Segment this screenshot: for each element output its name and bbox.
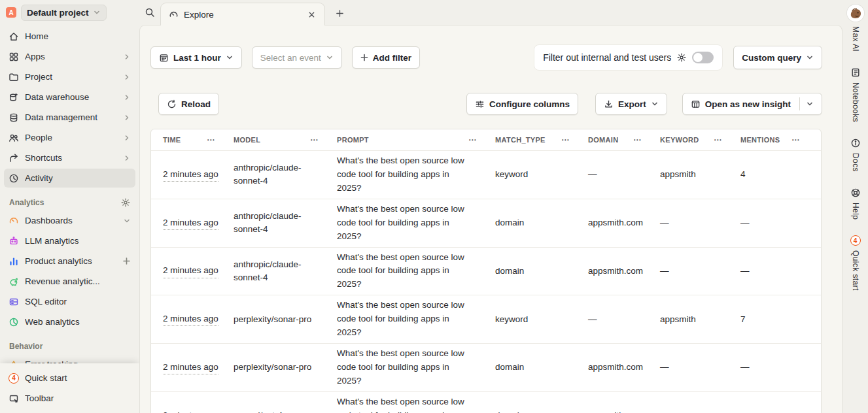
cell-domain: — [576, 151, 648, 199]
plus-icon [360, 54, 368, 61]
reload-button[interactable]: Reload [158, 93, 219, 115]
sidebar-item-sql-editor[interactable]: SQL editor [4, 292, 135, 311]
chevron-right-icon [123, 154, 131, 162]
table-row[interactable]: 2 minutes ago perplexity/sonar-pro What'… [151, 295, 821, 343]
sidebar-item-dashboards[interactable]: Dashboards [4, 211, 135, 230]
sidebar-item-shortcuts[interactable]: Shortcuts [4, 148, 135, 167]
configure-columns-button[interactable]: Configure columns [466, 93, 578, 115]
cell-match-type: domain [483, 199, 576, 247]
table-header-row: TIME⋯ MODEL⋯ PROMPT⋯ MATCH_TYPE⋯ DOMAIN⋯… [151, 129, 821, 150]
gear-icon[interactable] [121, 198, 130, 207]
reload-label: Reload [181, 99, 211, 109]
table-row[interactable]: 2 minutes ago anthropic/claude-sonnet-4 … [151, 199, 821, 247]
sidebar-item-project[interactable]: Project [4, 67, 135, 86]
sidebar-item-toolbar[interactable]: Toolbar [4, 389, 135, 408]
add-filter-button[interactable]: Add filter [352, 46, 420, 69]
open-as-new-insight-button[interactable]: Open as new insight [682, 93, 822, 115]
plus-icon[interactable] [122, 257, 131, 265]
column-menu-button[interactable]: ⋯ [791, 135, 800, 144]
cell-model: anthropic/claude-sonnet-4 [222, 248, 325, 295]
button-divider [799, 97, 800, 110]
sidebar-item-activity[interactable]: Activity [4, 169, 135, 188]
internal-users-label: Filter out internal and test users [543, 52, 671, 63]
table-row[interactable]: 2 minutes ago anthropic/claude-sonnet-4 … [151, 247, 821, 295]
sidebar-item-label: SQL editor [25, 297, 131, 306]
column-menu-button[interactable]: ⋯ [633, 135, 642, 144]
cell-prompt: What's the best open source low code too… [325, 295, 483, 343]
chevron-down-icon[interactable] [806, 100, 814, 108]
sidebar-item-data-management[interactable]: Data management [4, 108, 135, 127]
column-menu-button[interactable]: ⋯ [207, 135, 215, 144]
main-area: Explore Last 1 hour Select an event Add … [139, 0, 842, 413]
rail-item-max-ai[interactable]: Max AI [847, 5, 864, 52]
sidebar-item-apps[interactable]: Apps [4, 47, 135, 66]
column-menu-button[interactable]: ⋯ [468, 135, 477, 144]
rail-item-help[interactable]: Help [850, 188, 861, 220]
cell-prompt: What's the best open source low code too… [325, 151, 483, 199]
piggy-bank-icon [9, 276, 19, 287]
chevron-right-icon [123, 73, 131, 81]
rail-item-notebooks[interactable]: Notebooks [850, 67, 861, 122]
behavior-section-header: Behavior [4, 333, 135, 355]
folder-icon [9, 72, 19, 82]
cell-match-type: keyword [483, 151, 576, 199]
column-header-domain: DOMAIN⋯ [576, 129, 648, 150]
table-row[interactable]: 2 minutes ago anthropic/claude-sonnet-4 … [151, 150, 821, 199]
sidebar-item-data-warehouse[interactable]: Data warehouse [4, 88, 135, 107]
table-toolbar: Reload Configure columns Export Open as … [158, 93, 822, 115]
cell-model: perplexity/sonar-pro [222, 295, 325, 343]
cell-match-type: domain [483, 392, 576, 413]
close-icon[interactable] [305, 8, 318, 21]
sidebar-item-label: Shortcuts [25, 153, 117, 163]
column-menu-button[interactable]: ⋯ [561, 135, 570, 144]
shortcut-icon [9, 153, 19, 163]
column-header-mentions: MENTIONS⋯ [729, 129, 821, 150]
cell-model: anthropic/claude-sonnet-4 [222, 199, 325, 247]
sidebar-item-label: Activity [25, 173, 131, 183]
sidebar-item-people[interactable]: People [4, 128, 135, 147]
right-rail: Max AI Notebooks Docs Help 4 Quick start [842, 0, 868, 413]
date-range-button[interactable]: Last 1 hour [150, 46, 242, 69]
column-menu-button[interactable]: ⋯ [310, 135, 319, 144]
cell-domain: appsmith.com [576, 344, 648, 391]
new-tab-button[interactable] [332, 5, 347, 21]
custom-query-label: Custom query [742, 53, 801, 63]
sidebar-item-llm-analytics[interactable]: LLM analytics [4, 231, 135, 250]
section-title: Behavior [9, 342, 43, 351]
event-select-button[interactable]: Select an event [252, 46, 342, 69]
chevron-down-icon [226, 54, 234, 61]
cell-keyword: — [648, 392, 729, 413]
rail-item-docs[interactable]: Docs [850, 138, 861, 172]
search-icon [145, 7, 155, 18]
internal-users-toggle[interactable] [692, 52, 714, 63]
column-header-model: MODEL⋯ [222, 129, 325, 150]
table-row[interactable]: 2 minutes ago openai/gpt-4o What's the b… [151, 391, 821, 413]
project-selector[interactable]: Default project [21, 5, 107, 21]
sidebar-item-revenue-analytics[interactable]: Revenue analytic... [4, 272, 135, 291]
rail-item-quick-start[interactable]: 4 Quick start [850, 235, 861, 291]
life-buoy-icon [850, 188, 861, 198]
custom-query-button[interactable]: Custom query [733, 46, 822, 69]
sql-window-icon [9, 297, 19, 307]
sidebar-item-label: Data management [25, 112, 117, 122]
table-row[interactable]: 2 minutes ago perplexity/sonar-pro What'… [151, 343, 821, 391]
chevron-right-icon [123, 53, 131, 61]
project-selector-label: Default project [27, 8, 89, 18]
sidebar-item-product-analytics[interactable]: Product analytics [4, 252, 135, 271]
column-header-time: TIME⋯ [151, 129, 222, 150]
cell-mentions: — [729, 392, 821, 413]
sidebar-item-quick-start[interactable]: 4 Quick start [4, 369, 135, 388]
search-button[interactable] [141, 3, 159, 22]
gear-icon[interactable] [677, 53, 686, 62]
sidebar-item-label: Quick start [25, 373, 131, 383]
tab-explore[interactable]: Explore [160, 3, 325, 25]
download-icon [604, 99, 614, 109]
sidebar-item-home[interactable]: Home [4, 27, 135, 46]
apps-grid-icon [9, 52, 19, 62]
section-title: Analytics [9, 198, 44, 207]
sidebar-item-web-analytics[interactable]: Web analytics [4, 312, 135, 331]
export-button[interactable]: Export [595, 93, 667, 115]
column-menu-button[interactable]: ⋯ [714, 135, 722, 144]
date-range-label: Last 1 hour [173, 53, 221, 63]
cell-model: openai/gpt-4o [222, 392, 325, 413]
